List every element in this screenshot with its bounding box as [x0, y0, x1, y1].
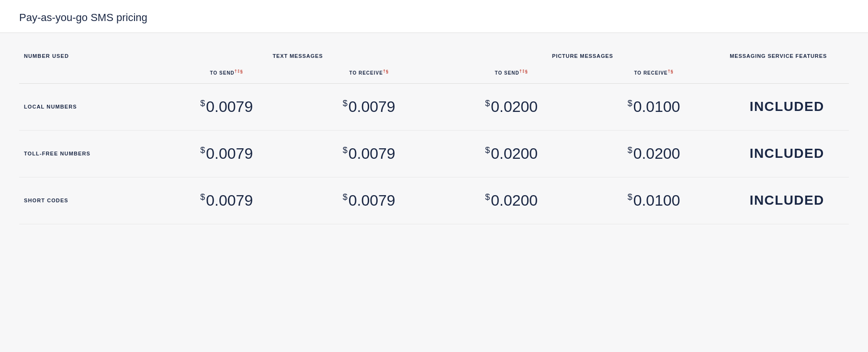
sub-messaging [725, 65, 849, 84]
text-send-price: $0.0079 [156, 177, 298, 224]
pic-send-price: $0.0200 [440, 177, 582, 224]
table-row: TOLL-FREE NUMBERS$0.0079$0.0079$0.0200$0… [19, 130, 849, 177]
table-container: NUMBER USED TEXT MESSAGES PICTURE MESSAG… [0, 33, 868, 243]
messaging-feature-value: INCLUDED [725, 130, 849, 177]
group-header-row: NUMBER USED TEXT MESSAGES PICTURE MESSAG… [19, 43, 849, 65]
text-receive-price: $0.0079 [298, 177, 440, 224]
col-picture-messages-header: PICTURE MESSAGES [440, 43, 725, 65]
col-text-messages-header: TEXT MESSAGES [156, 43, 440, 65]
pic-send-price: $0.0200 [440, 130, 582, 177]
sub-number-used [19, 65, 156, 84]
table-row: SHORT CODES$0.0079$0.0079$0.0200$0.0100I… [19, 177, 849, 224]
pic-receive-price: $0.0100 [583, 83, 725, 130]
messaging-feature-value: INCLUDED [725, 83, 849, 130]
text-send-price: $0.0079 [156, 83, 298, 130]
pic-receive-price: $0.0200 [583, 130, 725, 177]
sub-pic-receive: TO RECEIVE†§ [583, 65, 725, 84]
pic-send-price: $0.0200 [440, 83, 582, 130]
sub-header-row: TO SEND†‡§ TO RECEIVE†§ TO SEND†‡§ TO RE… [19, 65, 849, 84]
section-title: Pay-as-you-go SMS pricing [0, 0, 868, 33]
sub-text-send: TO SEND†‡§ [156, 65, 298, 84]
page: Pay-as-you-go SMS pricing NUMBER USED TE… [0, 0, 868, 352]
table-row: LOCAL NUMBERS$0.0079$0.0079$0.0200$0.010… [19, 83, 849, 130]
text-receive-price: $0.0079 [298, 130, 440, 177]
col-number-used-header: NUMBER USED [19, 43, 156, 65]
row-label: SHORT CODES [19, 177, 156, 224]
pic-receive-price: $0.0100 [583, 177, 725, 224]
row-label: LOCAL NUMBERS [19, 83, 156, 130]
pricing-table: NUMBER USED TEXT MESSAGES PICTURE MESSAG… [19, 43, 849, 224]
pricing-table-body: LOCAL NUMBERS$0.0079$0.0079$0.0200$0.010… [19, 83, 849, 224]
text-send-price: $0.0079 [156, 130, 298, 177]
text-receive-price: $0.0079 [298, 83, 440, 130]
col-messaging-header: MESSAGING SERVICE FEATURES [725, 43, 849, 65]
messaging-feature-value: INCLUDED [725, 177, 849, 224]
row-label: TOLL-FREE NUMBERS [19, 130, 156, 177]
sub-text-receive: TO RECEIVE†§ [298, 65, 440, 84]
sub-pic-send: TO SEND†‡§ [440, 65, 582, 84]
